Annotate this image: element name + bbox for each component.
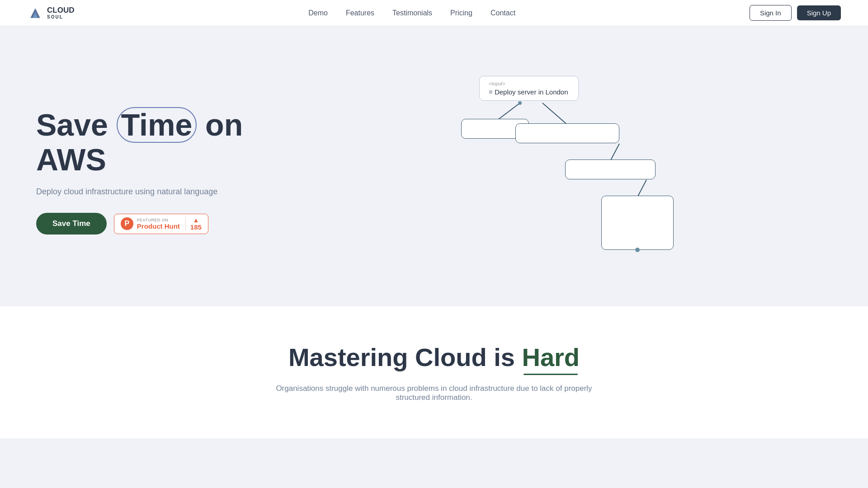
nav-contact[interactable]: Contact: [491, 9, 515, 17]
nav-actions: Sign In Sign Up: [750, 5, 841, 21]
nav-features[interactable]: Features: [346, 9, 374, 17]
section-hard: Mastering Cloud is Hard Organisations st…: [0, 306, 868, 438]
diagram-input-content: = Deploy server in London: [489, 88, 569, 96]
hero-actions: Save Time P FEATURED ON Product Hunt ▲ 1…: [36, 213, 298, 235]
hard-underline: [524, 374, 578, 375]
ph-count: ▲ 185: [185, 217, 202, 231]
ph-arrow-icon: ▲: [193, 217, 199, 223]
hero-title: Save Time on AWS: [36, 107, 298, 177]
hard-word: Hard: [522, 343, 580, 375]
diagram-node-dot: [635, 248, 640, 252]
hero-left: Save Time on AWS Deploy cloud infrastruc…: [36, 98, 298, 235]
product-hunt-badge[interactable]: P FEATURED ON Product Hunt ▲ 185: [114, 214, 208, 234]
ph-number: 185: [190, 223, 202, 231]
diagram: <input> = Deploy server in London: [452, 71, 678, 261]
navbar: CLOUD SOUL Demo Features Testimonials Pr…: [0, 0, 868, 26]
hero-subtitle: Deploy cloud infrastructure using natura…: [36, 187, 298, 197]
svg-line-3: [542, 103, 567, 125]
hero-right: <input> = Deploy server in London: [298, 53, 832, 279]
nav-demo[interactable]: Demo: [308, 9, 328, 17]
ph-name: Product Hunt: [137, 222, 180, 230]
product-hunt-logo: P: [121, 217, 133, 230]
logo-icon: [27, 5, 43, 21]
diagram-node-4: [601, 196, 674, 250]
save-time-button[interactable]: Save Time: [36, 213, 107, 235]
hero-title-highlight: Time: [117, 107, 197, 143]
section-hard-subtitle: Organisations struggle with numerous pro…: [271, 384, 597, 402]
logo[interactable]: CLOUD SOUL: [27, 5, 74, 21]
hero-section: Save Time on AWS Deploy cloud infrastruc…: [0, 26, 868, 306]
diagram-node-2: [515, 123, 619, 143]
svg-line-2: [497, 103, 520, 120]
section-hard-title: Mastering Cloud is Hard: [27, 343, 841, 375]
svg-line-5: [637, 180, 646, 197]
diagram-node-3: [565, 160, 656, 179]
svg-point-6: [518, 101, 522, 105]
diagram-input-node: <input> = Deploy server in London: [479, 76, 579, 101]
ph-featured-label: FEATURED ON: [137, 218, 180, 222]
diagram-input-label: <input>: [489, 81, 569, 86]
product-hunt-text: FEATURED ON Product Hunt: [137, 218, 180, 230]
nav-links: Demo Features Testimonials Pricing Conta…: [308, 9, 515, 17]
svg-line-4: [610, 144, 619, 161]
signin-button[interactable]: Sign In: [750, 5, 792, 21]
signup-button[interactable]: Sign Up: [797, 5, 841, 20]
nav-testimonials[interactable]: Testimonials: [392, 9, 432, 17]
logo-text: CLOUD SOUL: [47, 6, 74, 20]
nav-pricing[interactable]: Pricing: [450, 9, 472, 17]
